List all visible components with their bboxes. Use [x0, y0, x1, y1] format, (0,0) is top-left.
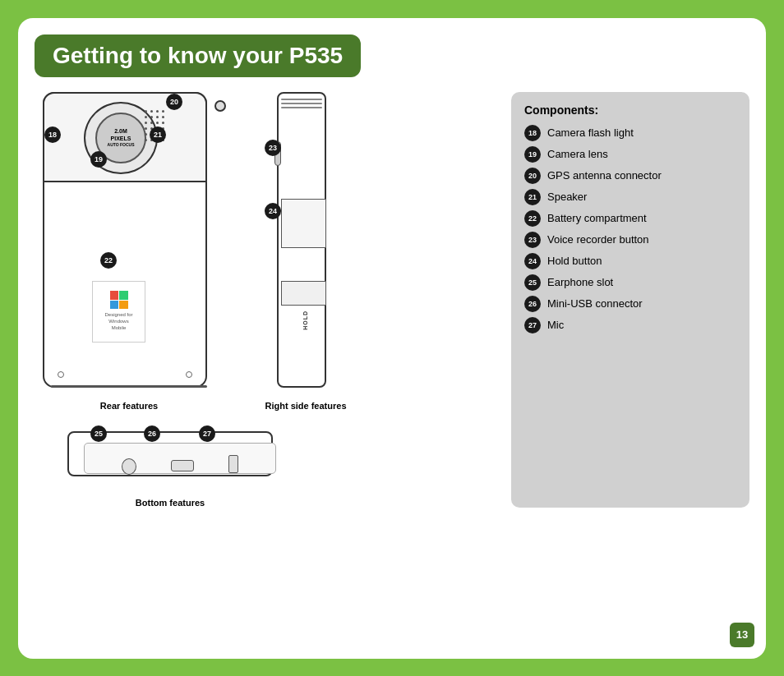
badge-18: 18	[44, 126, 61, 143]
device-bottom-diagram: 25 26 27	[59, 427, 289, 493]
badge-22: 22	[100, 252, 117, 269]
page-number: 13	[730, 623, 754, 647]
comp-label-22: Battery compartment	[547, 212, 647, 224]
comp-badge-26: 26	[524, 296, 541, 312]
component-item-22: 22 Battery compartment	[524, 210, 736, 227]
comp-badge-19: 19	[524, 146, 541, 163]
badge-25: 25	[90, 425, 107, 442]
comp-label-20: GPS antenna connector	[547, 169, 662, 182]
diagrams-section: 2.0M PIXELS AUTO FOCUS	[35, 92, 503, 508]
camera-focus: AUTO FOCUS	[108, 142, 135, 147]
side-hold-button: HOLD	[281, 199, 326, 248]
badge-27: 27	[199, 425, 215, 442]
dot-right	[186, 371, 192, 378]
page-container: Getting to know your P535	[18, 18, 766, 659]
component-item-25: 25 Earphone slot	[524, 274, 736, 291]
comp-badge-25: 25	[524, 274, 541, 291]
component-item-21: 21 Speaker	[524, 189, 736, 205]
bottom-bar	[51, 385, 207, 388]
comp-badge-23: 23	[524, 232, 541, 248]
comp-label-27: Mic	[547, 319, 564, 331]
component-item-27: 27 Mic	[524, 317, 736, 333]
component-item-18: 18 Camera flash light	[524, 125, 736, 141]
right-side-features-label: Right side features	[265, 401, 346, 411]
badge-24: 24	[265, 203, 281, 219]
comp-label-25: Earphone slot	[547, 276, 613, 288]
badge-26: 26	[144, 425, 160, 442]
components-heading: Components:	[524, 103, 736, 117]
windows-flag-icon	[110, 291, 128, 309]
bottom-section: 25 26 27 Bottom features	[59, 427, 503, 508]
comp-badge-22: 22	[524, 210, 541, 227]
component-item-19: 19 Camera lens	[524, 146, 736, 163]
bottom-inner	[84, 443, 276, 474]
side-top-lines	[281, 99, 322, 108]
camera-pixels-label: PIXELS	[111, 136, 131, 142]
device-side-diagram: HOLD 23 24	[265, 92, 347, 396]
title-bar: Getting to know your P535	[35, 34, 361, 77]
bottom-features-label: Bottom features	[59, 498, 281, 508]
comp-badge-18: 18	[524, 125, 541, 141]
component-item-26: 26 Mini-USB connector	[524, 296, 736, 312]
component-item-24: 24 Hold button	[524, 253, 736, 269]
windows-logo-area: Designed forWindowsMobile	[92, 281, 145, 343]
components-list: 18 Camera flash light 19 Camera lens 20 …	[524, 125, 736, 333]
comp-label-18: Camera flash light	[547, 126, 634, 139]
gps-connector-bump	[214, 100, 226, 112]
side-connector	[281, 281, 326, 306]
comp-badge-20: 20	[524, 168, 541, 184]
top-diagrams: 2.0M PIXELS AUTO FOCUS	[35, 92, 503, 411]
component-item-23: 23 Voice recorder button	[524, 232, 736, 248]
comp-badge-21: 21	[524, 189, 541, 205]
comp-badge-24: 24	[524, 253, 541, 269]
content-area: 2.0M PIXELS AUTO FOCUS	[35, 92, 749, 508]
earphone-port	[122, 458, 136, 475]
windows-mobile-label: Designed forWindowsMobile	[104, 312, 132, 331]
components-panel: Components: 18 Camera flash light 19 Cam…	[511, 92, 749, 508]
hold-label: HOLD	[302, 310, 308, 330]
usb-port	[171, 460, 194, 471]
comp-label-26: Mini-USB connector	[547, 297, 643, 310]
badge-20: 20	[166, 94, 182, 110]
rear-features-label: Rear features	[100, 401, 158, 411]
comp-label-23: Voice recorder button	[547, 233, 649, 246]
badge-21: 21	[150, 126, 166, 143]
comp-label-24: Hold button	[547, 255, 602, 267]
badge-19: 19	[90, 151, 107, 168]
camera-pixels: 2.0M	[114, 128, 127, 135]
dot-left	[58, 371, 64, 378]
component-item-20: 20 GPS antenna connector	[524, 168, 736, 184]
badge-23: 23	[265, 140, 281, 156]
page-title: Getting to know your P535	[53, 43, 343, 69]
comp-label-21: Speaker	[547, 191, 587, 203]
device-rear-diagram: 2.0M PIXELS AUTO FOCUS	[35, 92, 224, 396]
comp-badge-27: 27	[524, 317, 541, 333]
mic-port	[228, 455, 238, 473]
comp-label-19: Camera lens	[547, 148, 608, 160]
